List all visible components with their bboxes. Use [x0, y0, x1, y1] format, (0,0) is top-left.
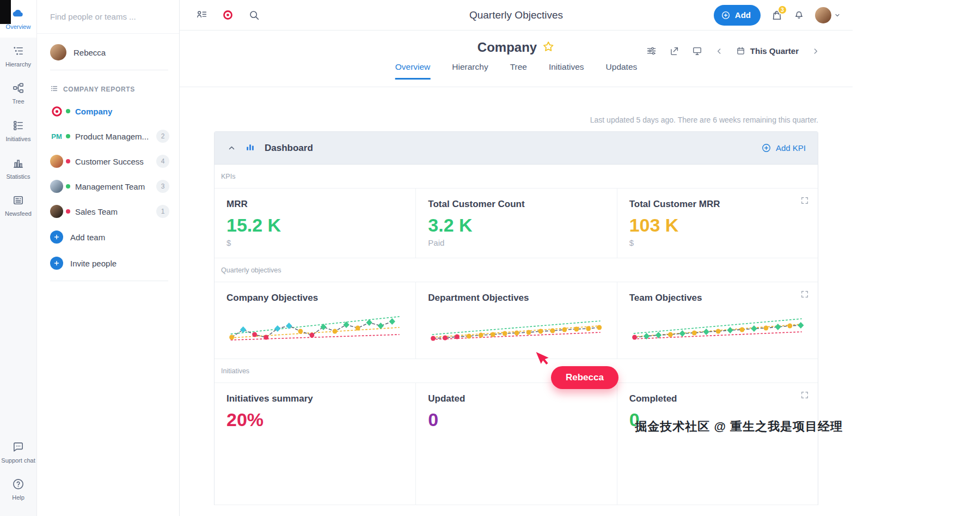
cart-badge: 3 — [777, 5, 787, 15]
add-kpi-label: Add KPI — [776, 143, 806, 153]
filter-sliders-icon[interactable] — [646, 46, 657, 56]
add-team-button[interactable]: Add team — [37, 224, 179, 250]
action-label: Invite people — [70, 259, 117, 268]
rail-item-label: Statistics — [6, 173, 30, 180]
status-text: Last updated 5 days ago. There are 6 wee… — [214, 116, 818, 124]
avatar — [50, 155, 63, 168]
sparkline-chart — [226, 309, 403, 348]
chevron-right-icon[interactable] — [811, 47, 820, 56]
kpi-title: Total Customer Count — [428, 199, 604, 210]
page-header: Company Overview Hierarchy Tree Initiati… — [180, 31, 853, 87]
expand-icon[interactable] — [800, 196, 809, 205]
card-value: 20% — [226, 409, 403, 430]
objectives-card-row: Company Objectives Department Objectives… — [215, 282, 818, 359]
status-dot — [66, 109, 70, 113]
kpi-value: 3.2 K — [428, 215, 604, 236]
rail-item-support-chat[interactable]: Support chat — [0, 434, 36, 471]
sidebar-item-management-team[interactable]: Management Team 3 — [37, 174, 179, 199]
rail-item-label: Support chat — [1, 457, 35, 464]
card-initiatives-summary[interactable]: Initiatives summary 20% — [215, 383, 415, 505]
tree-icon — [12, 82, 24, 95]
circle-plus-icon — [721, 10, 731, 20]
team-abbr: PM — [50, 130, 63, 143]
chart-title: Team Objectives — [629, 293, 806, 303]
sidebar-search — [37, 0, 179, 34]
count-badge: 3 — [156, 180, 169, 193]
add-kpi-button[interactable]: Add KPI — [761, 143, 806, 153]
rail-item-hierarchy[interactable]: Hierarchy — [0, 38, 36, 75]
sidebar-item-customer-success[interactable]: Customer Success 4 — [37, 149, 179, 174]
period-selector[interactable]: This Quarter — [736, 46, 799, 56]
org-list-icon[interactable] — [196, 9, 207, 21]
app-window: Overview Hierarchy Tree Initiatives Stat… — [0, 0, 853, 516]
main-area: Quarterly Objectives Add 3 — [180, 0, 853, 516]
chart-card-department-objectives[interactable]: Department Objectives — [415, 282, 616, 359]
team-name: Management Team — [75, 182, 156, 191]
bell-icon[interactable] — [793, 8, 805, 22]
rail-item-tree[interactable]: Tree — [0, 75, 36, 112]
chat-bubble-icon — [12, 441, 24, 454]
card-title: Updated — [428, 393, 604, 404]
avatar — [50, 44, 66, 60]
status-dot — [66, 184, 70, 189]
chart-card-company-objectives[interactable]: Company Objectives — [215, 282, 415, 359]
rail-item-statistics[interactable]: Statistics — [0, 150, 36, 187]
sidebar-item-company[interactable]: Company — [37, 99, 179, 124]
kpi-card-total-customer-mrr[interactable]: Total Customer MRR 103 K $ — [617, 189, 818, 258]
team-name: Customer Success — [75, 157, 156, 166]
page-header-controls: This Quarter — [646, 46, 820, 56]
chevron-left-icon[interactable] — [715, 47, 724, 56]
chevron-down-icon — [834, 12, 841, 19]
expand-icon[interactable] — [800, 391, 809, 399]
rail-item-initiatives[interactable]: Initiatives — [0, 112, 36, 150]
tab-bar: Overview Hierarchy Tree Initiatives Upda… — [395, 62, 638, 80]
tab-hierarchy[interactable]: Hierarchy — [452, 62, 488, 80]
period-label: This Quarter — [750, 46, 799, 56]
avatar — [815, 7, 831, 23]
kpi-card-row: MRR 15.2 K $ Total Customer Count 3.2 K … — [215, 189, 818, 258]
user-menu[interactable] — [815, 7, 841, 23]
presentation-icon[interactable] — [692, 46, 702, 56]
tab-updates[interactable]: Updates — [606, 62, 638, 80]
rail-item-newsfeed[interactable]: Newsfeed — [0, 187, 36, 224]
section-label-quarterly-objectives: Quarterly objectives — [215, 258, 818, 282]
kpi-card-total-customer-count[interactable]: Total Customer Count 3.2 K Paid — [415, 189, 616, 258]
kpi-unit: Paid — [428, 238, 604, 247]
invite-people-button[interactable]: Invite people — [37, 250, 179, 276]
kpi-unit: $ — [629, 238, 806, 247]
circle-plus-icon — [761, 143, 771, 153]
kpi-title: MRR — [226, 199, 403, 210]
kpi-card-mrr[interactable]: MRR 15.2 K $ — [215, 189, 415, 258]
tab-overview[interactable]: Overview — [395, 62, 431, 80]
tab-initiatives[interactable]: Initiatives — [549, 62, 584, 80]
search-input[interactable] — [50, 12, 166, 21]
plus-icon — [50, 257, 63, 270]
expand-icon[interactable] — [800, 290, 809, 299]
tab-tree[interactable]: Tree — [510, 62, 527, 80]
card-value: 0 — [428, 409, 604, 430]
kpi-unit: $ — [226, 238, 403, 247]
add-button[interactable]: Add — [714, 5, 761, 26]
sidebar-item-sales-team[interactable]: Sales Team 1 — [37, 199, 179, 224]
sidebar-user-row[interactable]: Rebecca — [37, 34, 179, 69]
count-badge: 1 — [156, 205, 169, 218]
initiatives-card-row: Initiatives summary 20% Updated 0 Comple… — [215, 383, 818, 505]
card-completed[interactable]: Completed 0 — [617, 383, 818, 505]
card-updated[interactable]: Updated 0 — [415, 383, 616, 505]
bar-chart-icon — [245, 142, 255, 154]
export-icon[interactable] — [669, 46, 679, 56]
kpi-value: 15.2 K — [226, 215, 403, 236]
chart-card-team-objectives[interactable]: Team Objectives — [617, 282, 818, 359]
search-icon[interactable] — [248, 9, 260, 21]
app-logo-icon[interactable] — [222, 9, 234, 21]
cart-icon[interactable]: 3 — [771, 9, 783, 21]
report-title: Company — [477, 40, 537, 55]
hierarchy-icon — [12, 45, 24, 58]
rail-spacer — [0, 224, 36, 434]
topbar: Quarterly Objectives Add 3 — [180, 0, 853, 31]
kpi-title: Total Customer MRR — [629, 199, 806, 210]
sidebar-item-product-management[interactable]: PM Product Managem... 2 — [37, 124, 179, 149]
collapse-chevron-icon[interactable] — [226, 143, 237, 153]
star-icon[interactable] — [542, 40, 555, 55]
rail-item-help[interactable]: Help — [0, 471, 36, 508]
